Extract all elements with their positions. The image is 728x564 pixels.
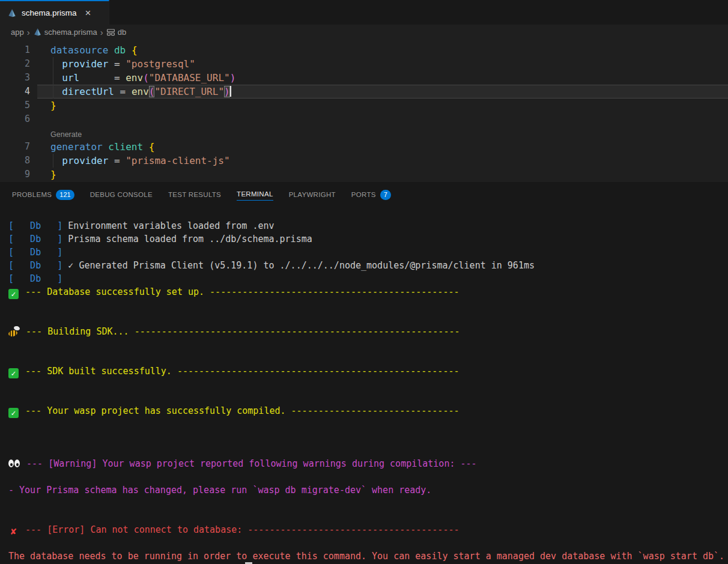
tab-terminal-label: TERMINAL bbox=[237, 190, 273, 201]
code-token: "prisma-client-js" bbox=[126, 155, 229, 166]
terminal-line bbox=[8, 431, 728, 444]
code-line: 1datasource db { bbox=[0, 43, 728, 57]
terminal-line bbox=[8, 497, 728, 510]
breadcrumb: app › schema.prisma › db bbox=[0, 25, 728, 40]
code-token: } bbox=[50, 169, 56, 180]
code-content[interactable]: datasource db { bbox=[37, 43, 728, 57]
code-content[interactable]: url = env("DATABASE_URL") bbox=[37, 71, 728, 85]
code-token bbox=[50, 72, 62, 83]
cross-emoji-icon: ✘ bbox=[8, 526, 19, 536]
tab-playwright[interactable]: PLAYWRIGHT bbox=[289, 191, 336, 201]
indent-guide bbox=[53, 85, 53, 99]
code-token: = bbox=[108, 155, 126, 166]
tab-schema-prisma[interactable]: schema.prisma × bbox=[0, 0, 109, 25]
code-content[interactable]: directUrl = env("DIRECT_URL") bbox=[37, 85, 728, 99]
terminal-text: --- [Warning] Your wasp project reported… bbox=[21, 458, 477, 469]
code-token: db bbox=[114, 44, 132, 56]
bottom-panel: PROBLEMS 121 DEBUG CONSOLE TEST RESULTS … bbox=[0, 182, 728, 564]
terminal-line bbox=[8, 338, 728, 351]
terminal-line bbox=[8, 378, 728, 391]
terminal-text: Environment variables loaded from .env bbox=[62, 220, 274, 231]
terminal-text: --- SDK built successfully. ------------… bbox=[20, 366, 460, 377]
terminal-line bbox=[8, 391, 728, 404]
tab-test-results[interactable]: TEST RESULTS bbox=[168, 191, 221, 201]
code-token: provider bbox=[62, 58, 108, 70]
terminal-line bbox=[8, 470, 728, 484]
code-editor[interactable]: 1datasource db {2 provider = "postgresql… bbox=[0, 40, 728, 182]
code-token: } bbox=[50, 100, 56, 111]
terminal-line bbox=[8, 299, 728, 312]
code-token: = bbox=[108, 58, 126, 70]
panel-tab-bar: PROBLEMS 121 DEBUG CONSOLE TEST RESULTS … bbox=[0, 182, 728, 209]
terminal-text: - Your Prisma schema has changed, please… bbox=[8, 485, 431, 496]
code-content[interactable]: provider = "prisma-client-js" bbox=[37, 154, 728, 168]
code-line: 2 provider = "postgresql" bbox=[0, 57, 728, 71]
code-line: 4 directUrl = env("DIRECT_URL") bbox=[0, 85, 728, 99]
prisma-logo-icon bbox=[7, 8, 17, 18]
tab-debug-console[interactable]: DEBUG CONSOLE bbox=[90, 191, 153, 201]
codelens-generate-link[interactable]: Generate bbox=[50, 130, 82, 139]
line-number: 6 bbox=[0, 112, 37, 126]
code-line: 3 url = env("DATABASE_URL") bbox=[0, 71, 728, 85]
breadcrumb-symbol-db[interactable]: db bbox=[118, 28, 126, 37]
code-content[interactable]: } bbox=[37, 168, 728, 181]
terminal-line: - Your Prisma schema has changed, please… bbox=[8, 484, 728, 497]
check-emoji-icon: ✓ bbox=[8, 368, 19, 378]
code-token: ( bbox=[143, 72, 149, 83]
code-content[interactable]: generator client { bbox=[37, 140, 728, 154]
line-number: 8 bbox=[0, 154, 37, 168]
code-line: 5} bbox=[0, 99, 728, 112]
close-icon[interactable]: × bbox=[85, 8, 91, 18]
terminal-line bbox=[8, 444, 728, 457]
terminal-line: --- Building SDK... --------------------… bbox=[8, 325, 728, 338]
tab-problems-label: PROBLEMS bbox=[12, 191, 52, 201]
code-content[interactable]: Generate bbox=[37, 126, 728, 140]
code-token: = bbox=[79, 72, 126, 83]
tab-playwright-label: PLAYWRIGHT bbox=[289, 191, 336, 201]
code-token: datasource bbox=[50, 44, 114, 56]
code-lens-row: Generate bbox=[0, 126, 728, 140]
indent-guide bbox=[53, 71, 53, 85]
code-line: 9} bbox=[0, 168, 728, 181]
code-token bbox=[50, 155, 62, 166]
code-content[interactable] bbox=[37, 112, 728, 126]
tab-terminal[interactable]: TERMINAL bbox=[237, 190, 273, 201]
terminal-line bbox=[8, 351, 728, 365]
code-line: 7generator client { bbox=[0, 140, 728, 154]
code-token: = bbox=[114, 86, 132, 97]
terminal-line: ✓ --- Database successfully set up. ----… bbox=[8, 285, 728, 299]
code-content[interactable]: } bbox=[37, 99, 728, 112]
terminal-line: [ Db ] Prisma schema loaded from ../db/s… bbox=[8, 232, 728, 246]
code-token bbox=[50, 58, 62, 70]
terminal-text: [ Db ] bbox=[8, 247, 62, 258]
terminal-line: [ Db ] ✓ Generated Prisma Client (v5.19.… bbox=[8, 259, 728, 272]
line-number: 9 bbox=[0, 168, 37, 181]
terminal-text: --- Your wasp project has successfully c… bbox=[20, 405, 460, 416]
code-content[interactable]: provider = "postgresql" bbox=[37, 57, 728, 71]
line-number bbox=[0, 126, 37, 140]
code-token: "DIRECT_URL" bbox=[154, 86, 224, 97]
terminal-output[interactable]: [ Db ] Environment variables loaded from… bbox=[0, 209, 728, 563]
line-number: 2 bbox=[0, 57, 37, 71]
terminal-line: [ Db ] bbox=[8, 272, 728, 285]
editor-lines: 1datasource db {2 provider = "postgresql… bbox=[0, 43, 728, 181]
code-token: { bbox=[149, 141, 155, 153]
line-number: 7 bbox=[0, 140, 37, 154]
terminal-line bbox=[8, 312, 728, 325]
code-line: 6 bbox=[0, 112, 728, 126]
breadcrumb-file[interactable]: schema.prisma bbox=[44, 28, 97, 37]
code-token: env bbox=[132, 86, 149, 97]
tab-problems[interactable]: PROBLEMS 121 bbox=[12, 190, 74, 202]
terminal-line: --- [Warning] Your wasp project reported… bbox=[8, 457, 728, 470]
check-emoji-icon: ✓ bbox=[8, 408, 19, 418]
line-number: 1 bbox=[0, 43, 37, 57]
tab-ports[interactable]: PORTS 7 bbox=[351, 190, 391, 202]
code-token: ) bbox=[224, 86, 230, 97]
terminal-text: [ Db ] bbox=[8, 220, 62, 231]
tab-ports-label: PORTS bbox=[351, 191, 376, 201]
terminal-text: --- Building SDK... --------------------… bbox=[20, 326, 460, 337]
code-token: directUrl bbox=[62, 86, 114, 97]
code-token: ( bbox=[149, 86, 155, 97]
datasource-symbol-icon bbox=[106, 28, 115, 37]
breadcrumb-folder[interactable]: app bbox=[11, 28, 24, 37]
